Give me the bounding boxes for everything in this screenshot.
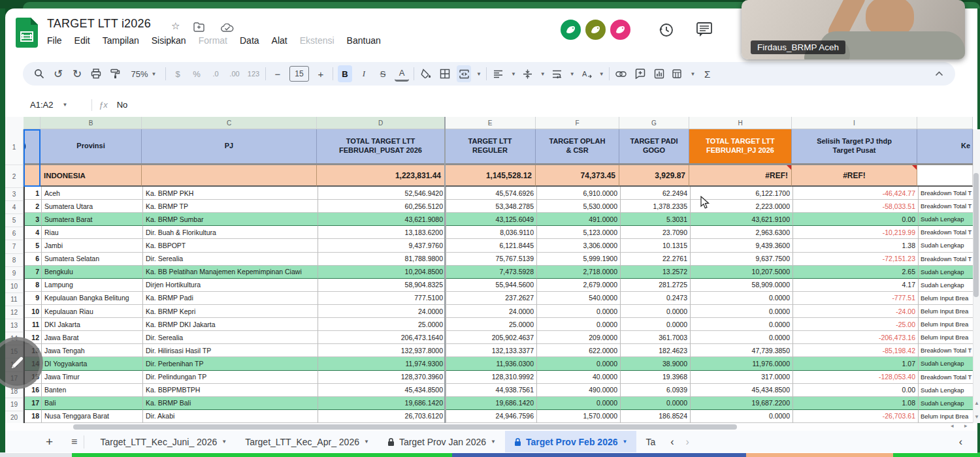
name-box-caret[interactable]: ▼ (62, 102, 67, 108)
cell-target-pj[interactable]: 317.0000 (691, 371, 793, 384)
cell-provinsi[interactable]: Bengkulu (42, 266, 143, 279)
insert-chart-button[interactable] (652, 65, 666, 82)
cell-target-pusat[interactable]: 9,437.9760 (318, 239, 446, 252)
cell-selisih[interactable]: -58,033.51 (793, 200, 919, 213)
cell-pj[interactable]: Dir. Buah & Florikultura (143, 226, 318, 239)
number-format-button[interactable]: 123 (246, 65, 261, 82)
bold-button[interactable]: B (338, 65, 352, 82)
cell-keterangan[interactable]: Sudah Lengkap (919, 239, 974, 252)
row-header-8[interactable]: 8 (5, 254, 24, 267)
cell-provinsi[interactable]: Bali (42, 397, 143, 410)
column-header-H[interactable]: H (689, 117, 792, 129)
menu-item-file[interactable]: File (47, 35, 62, 46)
sheet-tab-target-prov-feb-2026[interactable]: Target Prov Feb 2026▼ (505, 431, 637, 452)
merge-dropdown-caret[interactable]: ▼ (476, 71, 482, 77)
filter-views-button[interactable] (671, 65, 685, 82)
cell-target-oplah[interactable]: 40.0000 (537, 371, 621, 384)
total-h-ref-error[interactable]: #REF! (689, 165, 792, 187)
cell-pj[interactable]: Ka. BB Pelatihan Manajemen Kepemimpinan … (143, 266, 318, 279)
cell-pj[interactable]: Dir. Akabi (143, 410, 318, 423)
cell-target-padi-gogo[interactable]: 38.9000 (621, 357, 691, 370)
merge-cells-button[interactable] (457, 65, 471, 82)
strikethrough-button[interactable]: S (376, 65, 390, 82)
total-g[interactable]: 3,929.87 (619, 165, 689, 187)
cell-target-oplah[interactable]: 1,570.0000 (537, 410, 621, 423)
cell-target-pj[interactable]: 0.0000 (691, 318, 793, 331)
cell-provinsi[interactable]: Nusa Tenggara Barat (42, 410, 143, 423)
participant-video[interactable]: Firdaus_BRMP Aceh (742, 0, 965, 59)
column-header[interactable] (917, 117, 973, 129)
cell-provinsi[interactable]: Sumatera Selatan (42, 253, 143, 266)
vertical-align-caret[interactable]: ▼ (540, 71, 546, 77)
cell-target-pusat[interactable]: 11,974.9300 (318, 357, 446, 370)
cell-target-reguler[interactable]: 44,938.7561 (446, 384, 537, 397)
total-pj-blank[interactable] (142, 165, 317, 187)
row-header-9[interactable]: 9 (5, 267, 24, 280)
cell-target-reguler[interactable]: 205,902.4637 (446, 331, 537, 344)
cell-target-reguler[interactable]: 7,473.5928 (446, 266, 537, 279)
cell-provinsi[interactable]: Lampung (42, 279, 143, 292)
cell-provinsi[interactable]: Sumatera Barat (42, 213, 143, 226)
cell-selisih[interactable]: -777.51 (793, 292, 919, 305)
scroll-down-arrow[interactable]: ▼ (973, 414, 980, 420)
cell-target-reguler[interactable]: 55,944.5600 (446, 279, 537, 292)
cell-keterangan[interactable]: Breakdown Total T (919, 226, 974, 239)
version-history-icon[interactable] (658, 22, 675, 39)
row-header-12[interactable]: 12 (5, 306, 24, 319)
cell-provinsi[interactable]: Jawa Tengah (42, 344, 143, 357)
cell-keterangan[interactable]: Sudah Lengkap (919, 384, 974, 397)
cell-target-padi-gogo[interactable]: 0.0000 (621, 305, 691, 318)
header-keterangan[interactable]: Ke (917, 129, 973, 163)
sheet-tab-target-ltt-kec-juni-2026[interactable]: Target_LTT_Kec_Juni_ 2026▼ (91, 431, 236, 452)
collaborator-2-avatar[interactable] (585, 20, 606, 40)
cell-target-pj[interactable]: 10,207.5000 (691, 266, 793, 279)
cell-selisih[interactable]: 1.38 (793, 239, 919, 252)
cell-target-pj[interactable]: 0.0000 (691, 305, 793, 318)
row-header-11[interactable]: 11 (5, 293, 24, 306)
cell-selisih[interactable]: -72,151.23 (793, 253, 919, 266)
cell-target-pusat[interactable]: 13,183.6200 (318, 226, 446, 239)
cell-no[interactable]: 6 (25, 253, 42, 266)
collaborator-3-avatar[interactable] (610, 20, 630, 40)
cell-target-pusat[interactable]: 777.5100 (318, 292, 446, 305)
column-header-E[interactable]: E (445, 117, 536, 129)
text-rotation-caret[interactable]: ▼ (599, 71, 604, 77)
cell-no[interactable]: 3 (25, 213, 42, 226)
cell-target-pj[interactable]: 0.0000 (691, 410, 793, 423)
cell-provinsi[interactable]: Kepulauan Riau (42, 305, 143, 318)
cell-target-reguler[interactable]: 8,036.9110 (446, 226, 537, 239)
header-target-padi-gogo[interactable]: TARGET PADI GOGO (619, 129, 689, 163)
row-header-2[interactable]: 2 (5, 165, 24, 188)
cell-provinsi[interactable]: Jawa Barat (42, 331, 143, 344)
tabs-scroll-right[interactable]: › (680, 436, 695, 448)
cell-target-oplah[interactable]: 491.0000 (537, 213, 621, 226)
cell-selisih[interactable]: -85,198.42 (793, 344, 919, 357)
cell-provinsi[interactable]: Sumatera Utara (42, 200, 143, 213)
cell-target-oplah[interactable]: 540.0000 (537, 292, 621, 305)
cell-target-pusat[interactable]: 25.0000 (318, 318, 446, 331)
cell-target-padi-gogo[interactable]: 23.7090 (621, 226, 691, 239)
cell-no[interactable]: 9 (25, 292, 42, 305)
search-icon[interactable] (32, 65, 46, 82)
header-total-target-pusat[interactable]: TOTAL TARGET LTT FEBRUARI_PUSAT 2026 (317, 129, 445, 163)
cell-target-padi-gogo[interactable]: 13.2572 (621, 266, 691, 279)
cell-target-padi-gogo[interactable]: 19.3968 (621, 371, 691, 384)
fill-color-button[interactable] (419, 65, 433, 82)
cell-selisih[interactable]: 2.65 (793, 266, 919, 279)
column-header-I[interactable]: I (792, 117, 917, 129)
cell-pj[interactable]: Ka. BBPOPT (143, 239, 318, 252)
cell-selisih[interactable]: 0.00 (793, 213, 919, 226)
redo-button[interactable]: ↻ (70, 65, 84, 82)
total-e[interactable]: 1,145,528.12 (445, 165, 536, 187)
sheet-tab-ta[interactable]: Ta (636, 431, 664, 452)
cell-pj[interactable]: Dir. Perbenihan TP (143, 357, 318, 370)
cell-keterangan[interactable]: Belum Input Brea (919, 331, 974, 344)
sheet-tab-target-prov-jan-2026[interactable]: Target Prov Jan 2026▼ (378, 431, 505, 452)
total-d[interactable]: 1,223,831.44 (317, 165, 445, 187)
cell-target-pj[interactable]: 0.0000 (691, 292, 793, 305)
frozen-pane-divider[interactable] (444, 117, 446, 423)
row-header-4[interactable]: 4 (5, 201, 24, 214)
cell-keterangan[interactable]: Sudah Lengkap (919, 357, 974, 370)
cell-keterangan[interactable]: Belum Input Brea (919, 305, 974, 318)
print-button[interactable] (89, 65, 103, 82)
